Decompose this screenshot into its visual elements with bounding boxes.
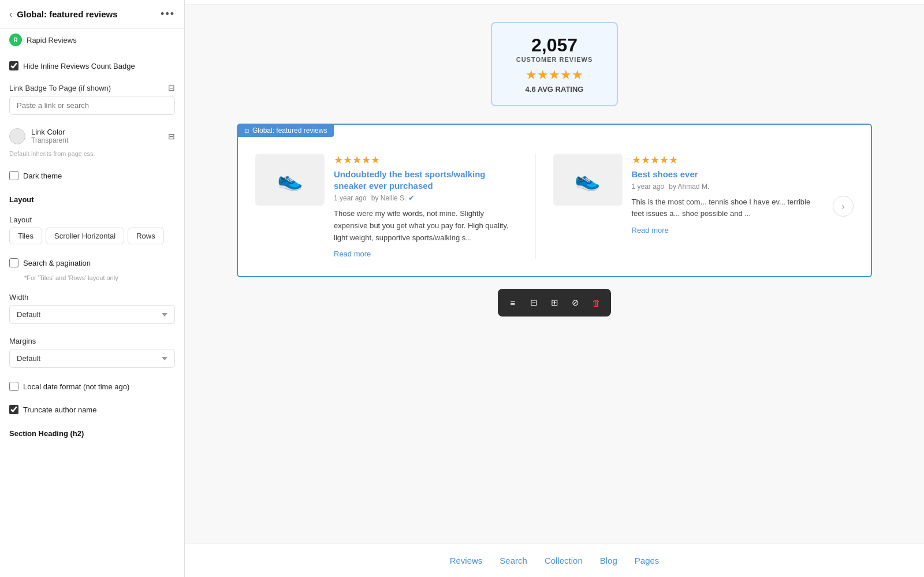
review-body-1: Those were my wife words, not mine. Slig… [334, 208, 518, 244]
review-title-2: Best shoes ever [632, 169, 816, 180]
truncate-author-checkbox[interactable] [9, 405, 18, 414]
bottom-nav: Reviews Search Collection Blog Pages [185, 544, 924, 577]
width-label: Width [9, 293, 28, 301]
rating-label: CUSTOMER REVIEWS [509, 56, 599, 63]
link-color-title: Link Color [31, 128, 68, 136]
nav-search[interactable]: Search [500, 556, 527, 565]
layout-buttons: Tiles Scroller Horizontal Rows [0, 228, 184, 251]
featured-label-icon: ⊡ [244, 128, 249, 134]
more-menu-icon[interactable]: ••• [161, 8, 175, 20]
reviews-row: 👟 ★★★★★ Undoubtedly the best sports/walk… [238, 125, 871, 276]
reviews-divider [535, 154, 536, 259]
search-pagination-note: *For 'Tiles' and 'Rows' layout only [0, 274, 184, 287]
local-date-checkbox[interactable] [9, 382, 18, 391]
review-by-1: by Nellie S. [371, 194, 407, 202]
read-more-2[interactable]: Read more [632, 226, 669, 234]
shoe-image-1: 👟 [255, 154, 325, 206]
featured-section: ⊡ Global: featured reviews 👟 ★★★★★ Undou… [237, 124, 872, 277]
verified-icon-1: ✔ [408, 193, 415, 202]
toolbar-circle-button[interactable]: ⊘ [566, 293, 584, 312]
review-body-2: This is the most com... tennis shoe I ha… [632, 196, 816, 221]
review-card-1: 👟 ★★★★★ Undoubtedly the best sports/walk… [255, 154, 518, 259]
sidebar-header: ‹ Global: featured reviews ••• [0, 0, 184, 29]
layout-tiles-button[interactable]: Tiles [9, 228, 42, 244]
search-pagination-row: Search & pagination [0, 251, 184, 274]
nav-reviews[interactable]: Reviews [450, 556, 483, 565]
nav-blog[interactable]: Blog [600, 556, 617, 565]
next-arrow-button[interactable]: › [833, 196, 854, 217]
dark-theme-label[interactable]: Dark theme [23, 172, 62, 180]
rating-count: 2,057 [509, 35, 599, 56]
avg-rating: 4.6 AVG RATING [509, 85, 599, 94]
review-time-1: 1 year ago [334, 194, 367, 202]
link-color-swatch[interactable] [9, 128, 25, 144]
sidebar-title: Global: featured reviews [17, 9, 117, 19]
review-time-2: 1 year ago [632, 183, 665, 191]
layout-label: Layout [9, 215, 32, 224]
truncate-author-row: Truncate author name [0, 398, 184, 421]
dark-theme-row: Dark theme [0, 164, 184, 187]
toolbar-add-button[interactable]: ⊞ [545, 293, 564, 312]
nav-pages[interactable]: Pages [635, 556, 660, 565]
link-color-info: Link Color Transparent [31, 128, 68, 144]
link-color-desc: Default inherits from page css. [0, 150, 184, 164]
main-content: 2,057 CUSTOMER REVIEWS ★★★★★ 4.6 AVG RAT… [185, 5, 924, 544]
top-bar [185, 0, 924, 5]
app-icon: R [9, 33, 22, 46]
width-select[interactable]: Default [9, 305, 175, 324]
dark-theme-checkbox[interactable] [9, 171, 18, 180]
link-color-row: Link Color Transparent ⊟ [0, 122, 184, 150]
search-pagination-label[interactable]: Search & pagination [23, 259, 91, 267]
layout-rows-button[interactable]: Rows [128, 228, 164, 244]
review-card-2: 👟 ★★★★★ Best shoes ever 1 year ago by Ah… [553, 154, 816, 235]
link-badge-field-label: Link Badge To Page (if shown) ⊟ [0, 77, 184, 96]
margins-select-wrap: Default [0, 349, 184, 375]
featured-label: ⊡ Global: featured reviews [237, 124, 334, 137]
margins-label-row: Margins [0, 331, 184, 349]
main-area: 2,057 CUSTOMER REVIEWS ★★★★★ 4.6 AVG RAT… [185, 0, 924, 577]
review-meta-1: 1 year ago by Nellie S. ✔ [334, 193, 518, 202]
read-more-1[interactable]: Read more [334, 250, 371, 258]
db-icon: ⊟ [168, 83, 175, 92]
link-color-subtitle: Transparent [31, 136, 68, 144]
sidebar: ‹ Global: featured reviews ••• R Rapid R… [0, 0, 185, 577]
link-badge-input-wrap [0, 96, 184, 122]
rating-card: 2,057 CUSTOMER REVIEWS ★★★★★ 4.6 AVG RAT… [491, 22, 618, 106]
link-color-left: Link Color Transparent [9, 128, 68, 144]
layout-section-heading: Layout [0, 187, 184, 210]
margins-select[interactable]: Default [9, 349, 175, 368]
width-select-wrap: Default [0, 305, 184, 331]
truncate-author-label[interactable]: Truncate author name [23, 405, 96, 414]
link-badge-label-text: Link Badge To Page (if shown) [9, 84, 111, 92]
link-color-db-icon: ⊟ [168, 132, 175, 141]
featured-label-text: Global: featured reviews [252, 126, 327, 135]
nav-collection[interactable]: Collection [545, 556, 583, 565]
review-by-2: by Ahmad M. [669, 183, 709, 191]
back-icon[interactable]: ‹ [9, 9, 12, 20]
review-stars-1: ★★★★★ [334, 154, 518, 166]
hide-inline-label[interactable]: Hide Inline Reviews Count Badge [23, 62, 135, 70]
hide-inline-checkbox[interactable] [9, 61, 18, 70]
layout-label-row: Layout [0, 210, 184, 228]
toolbar: ≡ ⊟ ⊞ ⊘ 🗑 [498, 289, 611, 317]
sidebar-header-left: ‹ Global: featured reviews [9, 9, 118, 20]
section-heading-h2: Section Heading (h2) [0, 421, 184, 444]
toolbar-layout-button[interactable]: ⊟ [524, 293, 543, 312]
toolbar-align-button[interactable]: ≡ [504, 293, 522, 312]
review-content-1: ★★★★★ Undoubtedly the best sports/walkin… [334, 154, 518, 259]
hide-inline-row: Hide Inline Reviews Count Badge [0, 54, 184, 77]
search-pagination-checkbox[interactable] [9, 258, 18, 267]
review-meta-2: 1 year ago by Ahmad M. [632, 183, 816, 191]
layout-scroller-button[interactable]: Scroller Horizontal [46, 228, 124, 244]
local-date-label[interactable]: Local date format (not time ago) [23, 382, 129, 391]
app-row: R Rapid Reviews [0, 29, 184, 54]
link-badge-input[interactable] [9, 96, 175, 115]
shoe-image-2: 👟 [553, 154, 623, 206]
toolbar-delete-button[interactable]: 🗑 [587, 293, 605, 312]
review-stars-2: ★★★★★ [632, 154, 816, 166]
review-content-2: ★★★★★ Best shoes ever 1 year ago by Ahma… [632, 154, 816, 235]
width-label-row: Width [0, 287, 184, 305]
local-date-row: Local date format (not time ago) [0, 375, 184, 398]
app-name: Rapid Reviews [27, 36, 77, 44]
margins-label: Margins [9, 337, 36, 345]
